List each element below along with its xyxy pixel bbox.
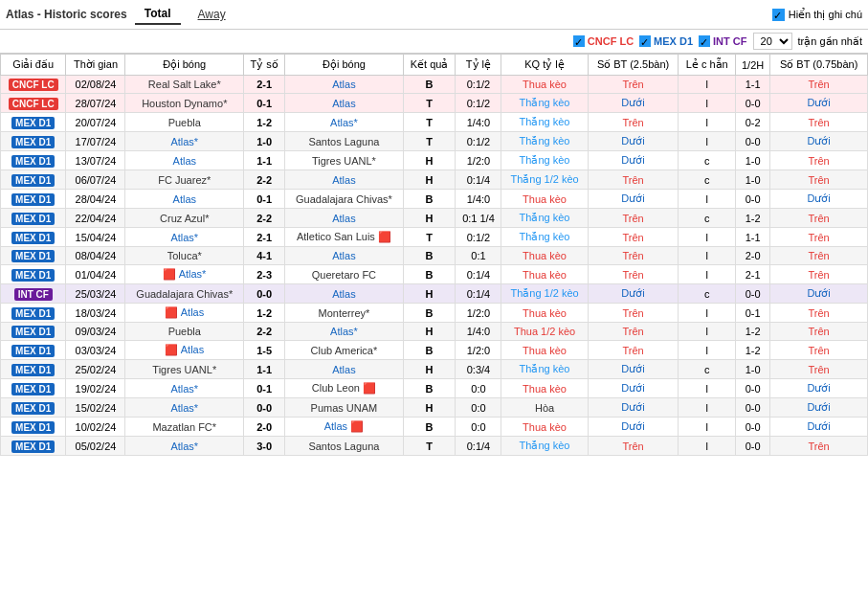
cell-lec: l [679, 228, 736, 247]
cell-ratio: 1/4:0 [456, 113, 501, 132]
cell-date: 19/02/24 [66, 379, 125, 398]
table-header: Giải đấu Thời gian Đội bóng Tỷ số Đội bó… [1, 55, 868, 76]
cell-half: 2-1 [735, 265, 769, 284]
table-row: MEX D1 20/07/24 Puebla 1-2 Atlas* T 1/4:… [1, 113, 868, 132]
cell-date: 18/03/24 [66, 304, 125, 323]
cell-team2: Guadalajara Chivas* [285, 190, 404, 209]
cell-ratio: 0:1 [456, 247, 501, 265]
cell-date: 28/04/24 [66, 190, 125, 209]
table-row: MEX D1 09/03/24 Puebla 2-2 Atlas* H 1/4:… [1, 323, 868, 341]
cell-date: 06/07/24 [66, 170, 125, 190]
col-team2: Đội bóng [285, 55, 404, 76]
cell-score: 2-2 [244, 209, 285, 228]
cell-bt2: Dưới [770, 418, 868, 437]
filter-int[interactable]: ✓ INT CF [699, 35, 746, 47]
cell-ratio: 0:0 [456, 398, 501, 418]
cell-kq: Thắng kèo [501, 228, 588, 247]
cell-league: MEX D1 [1, 323, 66, 341]
cell-bt2: Trên [770, 265, 868, 284]
table-row: MEX D1 17/07/24 Atlas* 1-0 Santos Laguna… [1, 132, 868, 151]
show-notes-label: Hiển thị ghi chú [789, 9, 862, 21]
cell-bt: Trên [588, 170, 679, 190]
cell-team1: Mazatlan FC* [125, 418, 244, 437]
cell-date: 13/07/24 [66, 151, 125, 170]
table-row: MEX D1 15/02/24 Atlas* 0-0 Pumas UNAM H … [1, 398, 868, 418]
count-select[interactable]: 20 10 30 [753, 33, 792, 50]
cell-kq: Thua kèo [501, 304, 588, 323]
cell-team2: Atlas [285, 76, 404, 94]
header-bar: Atlas - Historic scores Total Away ✓ Hiể… [0, 0, 868, 30]
cell-bt: Dưới [588, 379, 679, 398]
table-row: MEX D1 10/02/24 Mazatlan FC* 2-0 Atlas 🟥… [1, 418, 868, 437]
cell-bt: Trên [588, 304, 679, 323]
filter-cncf[interactable]: ✓ CNCF LC [573, 35, 634, 47]
cell-date: 25/03/24 [66, 284, 125, 304]
cell-result: H [403, 284, 456, 304]
cell-date: 15/04/24 [66, 228, 125, 247]
table-row: MEX D1 18/03/24 🟥 Atlas 1-2 Monterrey* B… [1, 304, 868, 323]
cell-league: MEX D1 [1, 190, 66, 209]
cell-league: CNCF LC [1, 94, 66, 113]
tab-away[interactable]: Away [189, 5, 235, 24]
cell-result: H [403, 360, 456, 379]
col-bt1: Số BT (2.5bàn) [588, 55, 679, 76]
cell-team1: Atlas* [125, 228, 244, 247]
cell-kq: Thua kèo [501, 418, 588, 437]
table-row: MEX D1 05/02/24 Atlas* 3-0 Santos Laguna… [1, 437, 868, 456]
table-row: INT CF 25/03/24 Guadalajara Chivas* 0-0 … [1, 284, 868, 304]
cell-bt2: Dưới [770, 94, 868, 113]
cell-bt: Trên [588, 113, 679, 132]
cell-half: 0-1 [735, 304, 769, 323]
cncf-label: CNCF LC [588, 35, 634, 47]
cell-date: 28/07/24 [66, 94, 125, 113]
table-row: MEX D1 06/07/24 FC Juarez* 2-2 Atlas H 0… [1, 170, 868, 190]
cell-half: 0-0 [735, 437, 769, 456]
table-row: MEX D1 01/04/24 🟥 Atlas* 2-3 Queretaro F… [1, 265, 868, 284]
cell-bt: Trên [588, 247, 679, 265]
cell-bt2: Dưới [770, 379, 868, 398]
cell-ratio: 0:1/4 [456, 284, 501, 304]
cell-date: 08/04/24 [66, 247, 125, 265]
cell-result: B [403, 190, 456, 209]
cell-team1: Puebla [125, 323, 244, 341]
table-row: CNCF LC 02/08/24 Real Salt Lake* 2-1 Atl… [1, 76, 868, 94]
cell-league: MEX D1 [1, 170, 66, 190]
mex-label: MEX D1 [654, 35, 693, 47]
cell-league: CNCF LC [1, 76, 66, 94]
cell-score: 2-2 [244, 323, 285, 341]
cell-kq: Thua 1/2 kèo [501, 323, 588, 341]
tab-total[interactable]: Total [135, 4, 181, 25]
show-notes-toggle[interactable]: ✓ Hiển thị ghi chú [772, 9, 862, 21]
cell-half: 0-2 [735, 113, 769, 132]
cell-bt: Dưới [588, 94, 679, 113]
cell-league: MEX D1 [1, 113, 66, 132]
cell-bt2: Trên [770, 360, 868, 379]
cell-ratio: 0:3/4 [456, 360, 501, 379]
cell-score: 2-3 [244, 265, 285, 284]
table-row: MEX D1 08/04/24 Toluca* 4-1 Atlas B 0:1 … [1, 247, 868, 265]
cell-half: 1-0 [735, 360, 769, 379]
cell-kq: Thắng kèo [501, 151, 588, 170]
cell-league: MEX D1 [1, 209, 66, 228]
cell-kq: Thắng kèo [501, 113, 588, 132]
cell-league: MEX D1 [1, 265, 66, 284]
cell-lec: l [679, 418, 736, 437]
cell-team1: Houston Dynamo* [125, 94, 244, 113]
cell-half: 1-1 [735, 76, 769, 94]
cell-ratio: 0:1/2 [456, 132, 501, 151]
cell-team2: Pumas UNAM [285, 398, 404, 418]
cell-half: 0-0 [735, 418, 769, 437]
cell-team1: 🟥 Atlas* [125, 265, 244, 284]
cell-result: B [403, 265, 456, 284]
cell-bt2: Trên [770, 113, 868, 132]
cell-team2: Club Leon 🟥 [285, 379, 404, 398]
cell-lec: l [679, 132, 736, 151]
cell-kq: Thua kèo [501, 247, 588, 265]
cell-lec: l [679, 437, 736, 456]
cell-kq: Thắng kèo [501, 209, 588, 228]
nearest-label: trận gần nhất [798, 35, 862, 48]
cell-score: 0-1 [244, 190, 285, 209]
filter-mex[interactable]: ✓ MEX D1 [639, 35, 693, 47]
cell-kq: Thua kèo [501, 190, 588, 209]
cell-lec: c [679, 151, 736, 170]
